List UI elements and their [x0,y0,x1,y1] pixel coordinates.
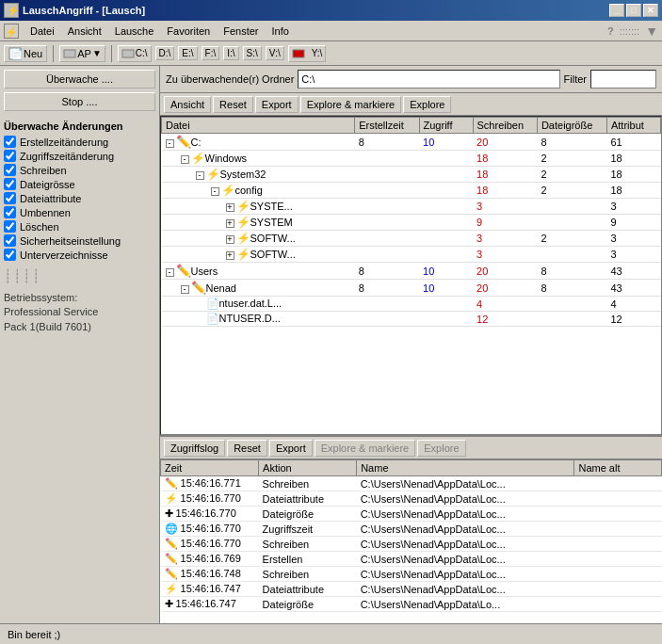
table-row[interactable]: -✏️C:81020861 [162,134,661,151]
checkbox-dateiattribute[interactable]: Dateiattribute [4,192,155,204]
table-row[interactable]: -⚡config18218 [162,183,661,199]
log-table-wrap[interactable]: Zeit Aktion Name Name alt ✏️ 15:46:16.77… [160,459,662,623]
drive-s-button[interactable]: S:\ [243,46,262,60]
view-toolbar: Ansicht Reset Export Explore & markiere … [160,93,662,116]
drive-f-button[interactable]: F:\ [202,46,220,60]
table-row[interactable]: -✏️Users81020843 [162,263,661,280]
drive-d-button[interactable]: D:\ [155,46,175,60]
log-explore-button[interactable]: Explore [417,440,465,457]
table-row[interactable]: +⚡SOFTW...33 [162,247,661,263]
menu-bar: ⚡ Datei Ansicht Lausche Favoriten Fenste… [0,21,662,41]
checkbox-schreiben[interactable]: Schreiben [4,164,155,176]
left-panel: Überwache .... Stop .... Überwache Änder… [0,66,160,623]
col-schreiben: Schreiben [473,118,537,134]
checkbox-zugriffszeit[interactable]: Zugriffszeitänderung [4,150,155,162]
table-row[interactable]: -⚡Windows18218 [162,151,661,167]
checkbox-dateigroesse[interactable]: Dateigrösse [4,178,155,190]
maximize-button[interactable]: □ [626,4,641,17]
table-row[interactable]: +⚡SOFTW...323 [162,231,661,247]
table-row[interactable]: 📄ntuser.dat.L...44 [162,297,661,312]
drive-i-button[interactable]: I:\ [223,46,238,60]
menu-favoriten[interactable]: Favoriten [161,24,216,39]
watch-folder-label: Zu überwachende(r) Ordner [166,73,294,85]
svg-rect-6 [122,50,134,57]
watch-folder-input[interactable] [298,70,559,89]
title-bar: ⚡ LauschAngriff - [Lausch] _ □ ✕ [0,0,662,21]
log-col-aktion: Aktion [259,460,357,476]
toolbar-sep-1 [53,45,54,62]
title-text: LauschAngriff - [Lausch] [23,5,145,16]
list-item[interactable]: ✚ 15:46:16.747DateigrößeC:\Users\Nenad\A… [161,597,662,612]
checkbox-unterverz[interactable]: Unterverzeichnisse [4,249,155,261]
log-col-name: Name [357,460,574,476]
list-item[interactable]: ✏️ 15:46:16.769ErstellenC:\Users\Nenad\A… [161,552,662,567]
table-row[interactable]: +⚡SYSTE...33 [162,199,661,215]
list-item[interactable]: ✏️ 15:46:16.748SchreibenC:\Users\Nenad\A… [161,567,662,582]
reset-button[interactable]: Reset [213,96,253,113]
file-tree-area[interactable]: Datei Erstellzeit Zugriff Schreiben Date… [160,116,662,435]
table-row[interactable]: 📄NTUSER.D...1212 [162,312,661,327]
col-datei: Datei [162,118,355,134]
ap-button[interactable]: AP▼ [59,45,105,62]
table-row[interactable]: +⚡SYSTEM99 [162,215,661,231]
log-export-button[interactable]: Export [269,440,313,457]
sys-info: Betriebssystem: Professional Service Pac… [4,291,155,334]
explore-markiere-button[interactable]: Explore & markiere [300,96,402,113]
drive-e-button[interactable]: E:\ [178,46,197,60]
drive-y-button[interactable]: Y:\ [288,45,327,62]
status-bar: Bin bereit ;) [0,623,662,644]
menu-info[interactable]: Info [266,24,295,39]
list-item[interactable]: ⚡ 15:46:16.770DateiattributeC:\Users\Nen… [161,491,662,507]
log-area: Zugriffslog Reset Export Explore & marki… [160,435,662,623]
list-item[interactable]: ✚ 15:46:16.770DateigrößeC:\Users\Nenad\A… [161,507,662,522]
menu-lausche[interactable]: Lausche [109,24,160,39]
watch-button[interactable]: Überwache .... [4,70,155,89]
dropdown-arrow-icon[interactable]: ▼ [645,24,658,39]
log-explore-markiere-button[interactable]: Explore & markiere [315,440,416,457]
watch-section-title: Überwache Änderungen [4,121,155,132]
table-row[interactable]: -⚡System3218218 [162,167,661,183]
log-reset-button[interactable]: Reset [227,440,267,457]
new-button[interactable]: 📄 Neu [4,45,47,62]
svg-rect-5 [64,50,75,57]
log-col-zeit: Zeit [161,460,259,476]
checkbox-umbennen[interactable]: Umbennen [4,206,155,218]
checkbox-erstellzeit[interactable]: Erstellzeitänderung [4,136,155,148]
list-item[interactable]: 🌐 15:46:16.770ZugriffszeitC:\Users\Nenad… [161,522,662,537]
checkbox-loeschen[interactable]: Löschen [4,220,155,233]
list-item[interactable]: ⚡ 15:46:16.747DateiattributeC:\Users\Nen… [161,582,662,597]
svg-text:⚡: ⚡ [7,4,18,17]
drive-c-button[interactable]: C:\ [118,45,152,62]
drive-v-button[interactable]: V:\ [266,46,284,60]
list-item[interactable]: ✏️ 15:46:16.771SchreibenC:\Users\Nenad\A… [161,476,662,491]
title-buttons[interactable]: _ □ ✕ [609,4,658,17]
log-col-name-alt: Name alt [574,460,662,476]
main-toolbar: 📄 Neu AP▼ C:\ D:\ E:\ F:\ I:\ S:\ V:\ Y:… [0,41,662,66]
checkbox-sicherheit[interactable]: Sicherheitseinstellung [4,234,155,247]
close-button[interactable]: ✕ [643,4,658,17]
zugriffslog-button[interactable]: Zugriffslog [164,440,225,457]
main-content: Überwache .... Stop .... Überwache Änder… [0,66,662,623]
minimize-button[interactable]: _ [609,4,624,17]
menu-app-icon: ⚡ [4,24,19,39]
list-item[interactable]: ✏️ 15:46:16.770SchreibenC:\Users\Nenad\A… [161,537,662,552]
filter-input[interactable] [590,70,656,89]
file-table: Datei Erstellzeit Zugriff Schreiben Date… [161,117,661,327]
table-row[interactable]: -✏️Nenad81020843 [162,280,661,297]
menu-ansicht[interactable]: Ansicht [62,24,107,39]
log-table: Zeit Aktion Name Name alt ✏️ 15:46:16.77… [160,459,662,612]
stop-button[interactable]: Stop .... [4,92,155,111]
svg-text:⚡: ⚡ [5,25,18,38]
dots-icon: ::::::: [620,25,639,37]
svg-rect-7 [293,50,304,57]
explore-button[interactable]: Explore [403,96,451,113]
filter-label: Filter [564,73,587,85]
col-attribut: Attribut [606,118,660,134]
right-panel: Zu überwachende(r) Ordner Filter Ansicht… [160,66,662,623]
menu-datei[interactable]: Datei [24,24,60,39]
ansicht-button[interactable]: Ansicht [164,96,211,113]
col-erstellzeit: Erstellzeit [355,118,419,134]
export-button[interactable]: Export [255,96,299,113]
help-icon[interactable]: ? [607,25,614,37]
menu-fenster[interactable]: Fenster [218,24,264,39]
